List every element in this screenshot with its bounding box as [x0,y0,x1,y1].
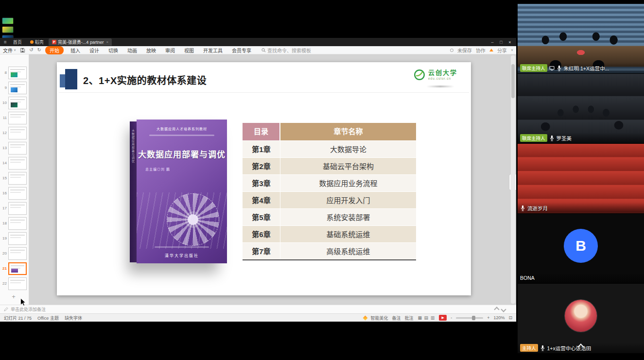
notes-placeholder[interactable]: 单击此处添加备注 [11,306,46,312]
chapter-name: 基础系统运维 [280,226,416,242]
slide-thumbnail[interactable]: 15 [1,171,29,185]
tab-close-icon[interactable]: × [105,40,108,44]
scrollbar-thumb[interactable] [511,64,515,98]
slide-thumbnail[interactable]: 11 [1,111,29,124]
slide-thumbnail[interactable]: 16 [1,187,29,200]
book-bottom-line [155,246,209,248]
participant-label: 联席主持人 朱红明 1+X运营中... [518,63,644,73]
zoom-out-button[interactable]: - [451,315,452,320]
sorter-view-icon[interactable]: ▤ [424,315,429,320]
ribbon-tab-design[interactable]: 设计 [87,46,102,54]
thumbnail-content [11,268,18,273]
table-row: 第7章 高级系统运维 [243,242,416,259]
slide-thumbnail[interactable]: 20 [1,247,29,260]
unsaved-status: 未保存 [457,47,472,54]
video-tile-liushisuiyue[interactable]: 流逝岁月 [518,144,644,214]
desktop-icon[interactable] [2,17,14,24]
slide-thumbnail[interactable]: 14 [1,156,29,170]
normal-view-icon[interactable]: ▦ [418,315,423,320]
next-slide-button[interactable] [501,307,506,312]
slide-thumbnail-preview [8,82,27,94]
slide-thumbnail-preview [8,97,27,109]
ribbon-tab-review[interactable]: 审阅 [163,46,177,54]
share-button[interactable]: 分享 [497,47,507,54]
video-tile-bona[interactable]: B BONA [518,214,644,284]
cohost-badge: 联席主持人 [520,134,547,142]
chapter-number: 第4章 [243,192,280,208]
slide-thumbnail[interactable]: 10 [1,96,29,109]
collaborate-button[interactable]: 协作 [476,47,486,54]
video-tile-zhuhongming[interactable]: 联席主持人 朱红明 1+X运营中... [518,4,644,74]
book-front-cover: 大数据应用人才培养系列教材 大数据应用部署与调优 总主编◎刘 鹏 清华大学出版社 [137,120,227,263]
ribbon-tab-insert[interactable]: 插入 [68,46,83,54]
slide-thumbnail-preview [8,202,27,215]
chapter-number: 第5章 [243,209,280,225]
notes-bar: 单击此处添加备注 [0,305,516,313]
slide-thumbnail[interactable]: 8 [1,66,29,79]
vertical-scrollbar[interactable] [511,55,515,304]
beautify-button[interactable]: 智能美化 [371,315,388,321]
slide-thumbnail-selected[interactable]: 21 [1,262,29,275]
thumbnail-content [11,103,17,107]
chapter-number: 第7章 [243,243,280,259]
reading-view-icon[interactable]: ▥ [430,315,435,320]
zoom-slider[interactable] [456,317,483,319]
save-icon[interactable] [20,48,25,53]
previous-slide-button[interactable] [494,307,499,312]
zoom-slider-thumb[interactable] [472,316,475,320]
logo-domain: edu.cstor.cn [428,77,457,80]
slide-thumbnail[interactable]: 17 [1,202,29,215]
slide-number: 21 [1,266,7,271]
file-menu-button[interactable]: 文件 ∨ [3,47,16,54]
workspace: 8 9 10 11 12 [0,54,516,305]
ribbon-tab-member[interactable]: 会员专享 [229,46,254,54]
minimize-button[interactable]: – [488,38,496,46]
yuchuang-logo: 云创大学 edu.cstor.cn [413,69,457,81]
yuchuang-logo-icon [413,69,426,81]
ribbon-tab-transition[interactable]: 切换 [106,46,121,54]
slide-canvas: 2、1+X实施的教材体系建设 云创大学 edu.cstor.cn 大数据应用 [29,54,516,305]
ribbon-collapse-icon[interactable]: ∨ [511,48,513,52]
notes-toggle-button[interactable]: 备注 [392,315,401,321]
zoom-level[interactable]: 120% [493,315,505,320]
desktop-icon[interactable] [2,26,14,33]
slide-thumbnail[interactable]: 19 [1,232,29,245]
tab-home[interactable]: 首页 [10,38,25,46]
slide-thumbnail-preview [8,157,27,170]
comments-toggle-button[interactable]: 批注 [405,315,414,321]
menu-icon[interactable]: ≡ [2,39,8,45]
ribbon-tab-devtools[interactable]: 开发工具 [201,46,225,54]
mic-icon [549,135,555,141]
ribbon-tab-animation[interactable]: 动画 [125,46,139,54]
video-tile-zhanghaotian[interactable]: 主持人 1+x运营中心张浩田 [518,284,644,354]
tab-document[interactable]: P 完美-张建勇-...4 partner × [49,38,112,46]
tab-docer[interactable]: 稻壳 [27,38,47,46]
slideshow-play-button[interactable]: ▶ [439,315,447,321]
video-tile-luoshengmei[interactable]: 联席主持人 罗圣美 [518,74,644,144]
ribbon-tab-slideshow[interactable]: 放映 [144,46,158,54]
undo-icon[interactable]: ↺ [29,48,33,52]
redo-icon[interactable]: ↻ [37,48,41,52]
slide-number: 17 [1,206,7,210]
ribbon-tab-home[interactable]: 开始 [45,46,64,54]
add-slide-button[interactable]: + [9,293,18,300]
slide-thumbnail[interactable]: 18 [1,217,29,230]
slide-thumbnail[interactable]: 13 [1,141,29,154]
slide-21[interactable]: 2、1+X实施的教材体系建设 云创大学 edu.cstor.cn 大数据应用 [57,62,471,295]
chapter-name: 基础云平台架构 [280,158,416,174]
textbook-cover: 大数据应用部署与调优 大数据应用人才培养系列教材 大数据应用部署与调优 总主编◎… [130,120,227,265]
maximize-button[interactable]: □ [497,38,505,46]
command-search[interactable]: 查找命令、搜索模板 [261,47,311,54]
slide-number: 10 [1,101,7,105]
close-button[interactable]: × [506,38,514,46]
slide-thumbnail[interactable]: 22 [1,277,29,290]
slide-thumbnail[interactable]: 12 [1,126,29,139]
ribbon-tab-view[interactable]: 视图 [182,46,196,54]
presentation-file-icon: P [52,40,56,44]
missing-font-button[interactable]: 缺失字体 [65,315,82,321]
slide-number: 15 [1,176,7,180]
zoom-in-button[interactable]: + [487,315,489,320]
slide-number: 16 [1,191,7,195]
slide-thumbnail[interactable]: 9 [1,81,29,94]
fullscreen-icon[interactable]: ⊡ [508,315,512,320]
